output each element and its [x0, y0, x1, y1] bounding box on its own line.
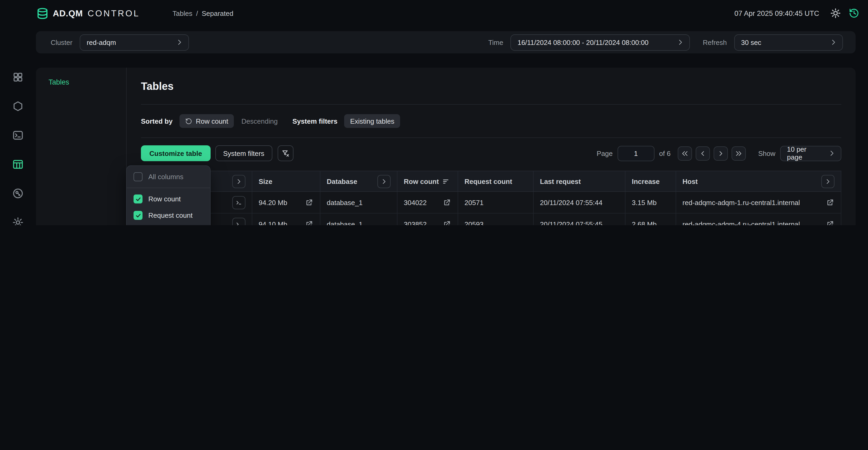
open-row-count-details-button[interactable]: [442, 198, 451, 207]
main: Tables Sorted by Row count Descending Sy…: [127, 68, 856, 225]
checkbox-icon: [133, 172, 143, 181]
header-host[interactable]: Host: [676, 171, 841, 191]
chevron-right-icon: [236, 178, 242, 185]
refresh-interval-select[interactable]: 30 sec: [734, 34, 843, 51]
cluster-value: red-adqm: [87, 38, 116, 46]
nav-cluster[interactable]: [12, 101, 24, 112]
customize-table-button[interactable]: Customize table: [141, 145, 210, 161]
header-request-count[interactable]: Request count: [458, 171, 534, 191]
open-size-details-button[interactable]: [305, 198, 313, 207]
refresh-interval-value: 30 sec: [741, 38, 762, 46]
pager-buttons: [678, 146, 746, 160]
header-size[interactable]: Size: [252, 171, 320, 191]
time-range-select[interactable]: 16/11/2024 08:00:00 - 20/11/2024 08:00:0…: [511, 34, 690, 51]
nav-query[interactable]: [12, 130, 24, 141]
external-link-icon: [826, 198, 834, 207]
sort-descending-icon: [442, 177, 450, 185]
chevron-right-icon: [380, 178, 388, 185]
nav-access[interactable]: [12, 188, 24, 199]
expand-host-column-button[interactable]: [821, 175, 835, 188]
header-last-request[interactable]: Last request: [534, 171, 625, 191]
cell-database: database_1: [320, 192, 398, 213]
cell-size: 94.20 Mb: [252, 192, 320, 213]
logo[interactable]: AD.QM CONTROL: [36, 7, 140, 20]
sun-icon: [830, 8, 841, 19]
terminal-icon: [12, 130, 24, 141]
first-page-button[interactable]: [678, 146, 692, 160]
column-toggle-item[interactable]: Last request: [127, 224, 210, 225]
checkbox-icon: [133, 211, 143, 220]
open-query-button[interactable]: [232, 218, 245, 225]
chevron-right-icon: [718, 150, 724, 157]
icon-rail: [0, 68, 36, 225]
brand-suffix: CONTROL: [88, 8, 140, 18]
sort-direction-label: Descending: [242, 117, 278, 125]
breadcrumb: Tables / Separated: [173, 9, 233, 17]
expand-name-column-button[interactable]: [232, 175, 245, 188]
open-row-count-details-button[interactable]: [442, 220, 451, 225]
menu-divider: [127, 188, 210, 188]
next-page-button[interactable]: [714, 146, 728, 160]
external-link-icon: [442, 220, 451, 225]
open-query-button[interactable]: [232, 196, 245, 209]
open-size-details-button[interactable]: [305, 220, 313, 225]
external-link-icon: [826, 220, 834, 225]
subnav-item-tables[interactable]: Tables: [49, 78, 114, 86]
external-link-icon: [305, 198, 313, 207]
chevron-right-icon: [825, 178, 831, 185]
column-toggle-item[interactable]: Request count: [127, 207, 210, 224]
history-clock-icon: [849, 8, 859, 19]
chevrons-left-icon: [682, 150, 688, 157]
system-filters-button[interactable]: System filters: [215, 145, 272, 161]
theme-toggle-button[interactable]: [830, 8, 841, 19]
terminal-prompt-icon: [236, 199, 242, 206]
sorted-by-label: Sorted by: [141, 117, 173, 125]
divider: [141, 137, 841, 138]
gear-icon: [12, 217, 24, 225]
clear-filters-button[interactable]: [277, 145, 293, 161]
cell-row-count: 303852: [398, 214, 458, 225]
database-logo-icon: [36, 7, 49, 20]
breadcrumb-separator: /: [196, 9, 198, 17]
system-filter-pill[interactable]: Existing tables: [344, 114, 400, 128]
header-database[interactable]: Database: [320, 171, 398, 191]
page-input[interactable]: [618, 146, 654, 161]
nav-dashboard[interactable]: [12, 71, 24, 83]
header-increase[interactable]: Increase: [625, 171, 676, 191]
last-page-button[interactable]: [732, 146, 746, 160]
terminal-prompt-icon: [236, 221, 242, 225]
cell-size: 94.10 Mb: [252, 214, 320, 225]
key-icon: [12, 188, 24, 199]
sort-field-pill[interactable]: Row count: [180, 114, 234, 128]
header-row-count[interactable]: Row count: [398, 171, 458, 191]
pagination-top: Page of 6: [597, 146, 841, 161]
filter-clear-icon: [281, 149, 289, 158]
per-page-select[interactable]: 10 per page: [780, 146, 841, 161]
subnav: Tables: [36, 68, 127, 225]
open-host-details-button[interactable]: [826, 198, 835, 207]
cluster-select[interactable]: red-adqm: [80, 34, 189, 51]
cell-increase: 2.68 Mb: [625, 214, 676, 225]
column-toggle-item[interactable]: All columns: [127, 169, 210, 185]
breadcrumb-section[interactable]: Tables: [173, 9, 192, 17]
topbar: AD.QM CONTROL Tables / Separated 07 Apr …: [0, 0, 868, 26]
cell-last-request: 20/11/2024 07:55:44: [534, 192, 625, 213]
app: AD.QM CONTROL Tables / Separated 07 Apr …: [0, 0, 868, 225]
column-toggle-item[interactable]: Row count: [127, 191, 210, 207]
expand-database-column-button[interactable]: [377, 175, 391, 188]
prev-page-button[interactable]: [696, 146, 710, 160]
time-sync-button[interactable]: [849, 8, 859, 19]
refresh-label: Refresh: [703, 38, 727, 46]
chevron-left-icon: [700, 150, 707, 157]
topbar-right: 07 Apr 2025 09:40:45 UTC: [735, 8, 859, 19]
nav-tables[interactable]: [12, 159, 24, 170]
open-host-details-button[interactable]: [826, 220, 835, 225]
columns-menu-list: All columns Row count Request count Last…: [127, 169, 210, 225]
table-header-row: Size Database Row count: [141, 171, 841, 192]
cluster-label: Cluster: [51, 38, 72, 46]
chevron-right-icon: [176, 38, 183, 46]
page-title: Tables: [141, 80, 841, 92]
hexagon-icon: [12, 101, 24, 112]
time-range-value: 16/11/2024 08:00:00 - 20/11/2024 08:00:0…: [518, 38, 648, 46]
nav-settings[interactable]: [12, 217, 24, 225]
